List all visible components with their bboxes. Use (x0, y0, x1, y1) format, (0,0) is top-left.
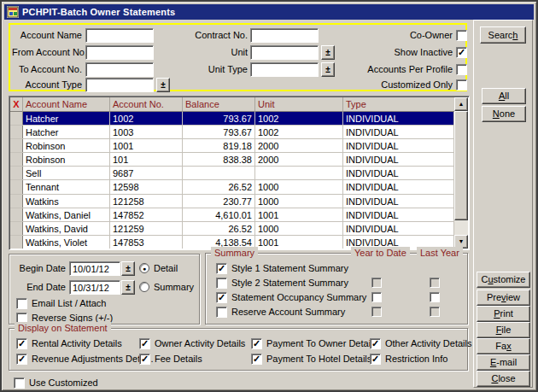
use-customized-label: Use Customized (29, 376, 98, 390)
scroll-thumb[interactable] (454, 111, 468, 220)
cell-unit: 2000 (255, 153, 343, 166)
from-account-no-label: From Account No. (12, 45, 82, 60)
end-date-input[interactable] (69, 280, 120, 295)
cell-unit: 1000 (255, 180, 343, 193)
style2-lastyear-checkbox[interactable] (430, 278, 440, 288)
email-button[interactable]: E-mail (477, 354, 530, 371)
payment-to-owner-details-label: Payment To Owner Details (266, 336, 377, 351)
header-unit[interactable]: Unit (255, 97, 343, 112)
fax-button[interactable]: Fax (477, 338, 530, 354)
table-row[interactable]: Hatcher 1003 793.67 1002 INDIVIDUAL (10, 126, 454, 139)
co-owner-label: Co-Owner (352, 28, 453, 43)
year-to-date-column-label: Year to Date (351, 247, 410, 259)
table-row[interactable]: Watkins 121258 230.77 1000 INDIVIDUAL (10, 195, 454, 208)
customized-only-checkbox[interactable] (456, 79, 467, 91)
style2-ytd-checkbox[interactable] (371, 278, 382, 288)
to-account-no-input[interactable] (85, 62, 154, 77)
cell-account-no: 121258 (110, 195, 183, 208)
account-type-input[interactable] (85, 78, 154, 92)
header-type[interactable]: Type (343, 97, 454, 112)
cell-type: INDIVIDUAL (343, 139, 454, 152)
revenue-adjustments-details-checkbox[interactable]: ✓ (16, 354, 27, 365)
print-button[interactable]: Print (477, 306, 530, 322)
cell-account-name: Watkins, David (23, 222, 110, 235)
table-row[interactable]: Robinson 1001 819.18 2000 INDIVIDUAL (10, 139, 454, 153)
use-customized-checkbox[interactable] (14, 377, 25, 389)
style1-statement-summary-label: Style 1 Statement Summary (231, 261, 348, 276)
account-name-input[interactable] (85, 28, 154, 43)
dropdown-icon: ± (325, 48, 330, 57)
unit-dropdown-button[interactable]: ± (321, 45, 335, 60)
begin-date-dropdown-button[interactable]: ± (121, 261, 135, 276)
end-date-dropdown-button[interactable]: ± (121, 280, 135, 295)
show-inactive-checkbox[interactable]: ✓ (456, 47, 467, 58)
search-button[interactable]: Search (480, 26, 526, 44)
payment-to-hotel-details-label: Payment To Hotel Details (266, 352, 371, 366)
cell-account-no: 12598 (110, 180, 183, 193)
cell-balance: 230.77 (183, 195, 255, 208)
header-balance[interactable]: Balance (183, 97, 255, 112)
customize-button[interactable]: Customize (477, 272, 530, 288)
header-account-no[interactable]: Account No. (110, 97, 183, 112)
display-group-title: Display on Statement (15, 322, 111, 334)
fee-details-label: Fee Details (155, 352, 202, 366)
table-row[interactable]: Hatcher 1002 793.67 1002 INDIVIDUAL (10, 112, 454, 126)
begin-date-input[interactable] (69, 261, 120, 276)
table-row[interactable]: Tennant 12598 26.52 1000 INDIVIDUAL (10, 180, 454, 194)
select-none-button[interactable]: None (482, 106, 526, 122)
cell-balance: 4,610.01 (183, 208, 255, 221)
co-owner-checkbox[interactable] (456, 30, 467, 41)
rental-activity-details-checkbox[interactable]: ✓ (16, 338, 27, 349)
cell-unit: 1002 (255, 112, 343, 125)
revenue-adjustments-details-label: Revenue Adjustments Deta... (32, 352, 153, 366)
summary-radio[interactable] (139, 282, 149, 292)
table-scrollbar[interactable]: ▲ ▼ (454, 97, 468, 249)
detail-radio[interactable]: ● (139, 263, 149, 273)
header-marker[interactable]: X (10, 97, 23, 112)
account-type-dropdown-button[interactable]: ± (156, 78, 170, 92)
email-list-attach-label: Email List / Attach (32, 296, 106, 311)
from-account-no-input[interactable] (85, 45, 154, 60)
dropdown-icon: ± (126, 283, 131, 292)
owner-activity-details-checkbox[interactable]: ✓ (139, 338, 150, 349)
unit-type-input[interactable] (250, 62, 319, 77)
payment-to-owner-details-checkbox[interactable]: ✓ (251, 338, 262, 349)
table-row[interactable]: Watkins, David 121259 26.52 1000 INDIVID… (10, 222, 454, 236)
rental-activity-details-label: Rental Activity Details (32, 336, 122, 351)
restriction-info-checkbox[interactable]: ✓ (370, 354, 381, 365)
style2-statement-summary-checkbox[interactable] (216, 278, 227, 289)
cell-account-no: 1001 (110, 139, 183, 152)
reserve-account-summary-checkbox[interactable] (216, 307, 227, 318)
email-list-attach-checkbox[interactable] (16, 298, 27, 309)
header-account-name[interactable]: Account Name (23, 97, 110, 112)
cell-type: INDIVIDUAL (343, 153, 454, 166)
statement-occupancy-summary-checkbox[interactable]: ✓ (216, 292, 227, 303)
contract-no-input[interactable] (250, 28, 319, 43)
scroll-up-icon: ▲ (459, 101, 465, 107)
contract-no-label: Contract No. (173, 28, 248, 43)
accounts-table: X Account Name Account No. Balance Unit … (9, 96, 470, 250)
close-button[interactable]: Close (477, 371, 530, 387)
fee-details-checkbox[interactable]: ✓ (139, 354, 150, 365)
reserve-lastyear-checkbox[interactable] (430, 307, 440, 317)
occupancy-lastyear-checkbox[interactable] (430, 292, 440, 302)
select-all-button[interactable]: All (482, 88, 526, 104)
table-row[interactable]: Robinson 101 838.38 2000 INDIVIDUAL (10, 153, 454, 167)
accounts-per-profile-checkbox[interactable] (456, 64, 467, 75)
cell-unit: 1001 (255, 236, 343, 249)
unit-input[interactable] (250, 45, 319, 60)
payment-to-hotel-details-checkbox[interactable]: ✓ (251, 354, 262, 365)
filter-row-2: From Account No. Unit ± Show Inactive ✓ (10, 45, 465, 60)
table-row[interactable]: Watkins, Daniel 147852 4,610.01 1001 IND… (10, 208, 454, 222)
preview-button[interactable]: Preview (477, 290, 530, 306)
cell-balance: 26.52 (183, 180, 255, 193)
unit-type-dropdown-button[interactable]: ± (321, 62, 335, 77)
scroll-up-button[interactable]: ▲ (454, 97, 468, 111)
file-button[interactable]: File (477, 322, 530, 338)
occupancy-ytd-checkbox[interactable] (371, 292, 382, 302)
batch-owner-statements-window: PCHPIT-Batch Owner Statements Account Na… (0, 0, 538, 392)
table-row[interactable]: Sell 9687 INDIVIDUAL (10, 167, 454, 180)
style1-statement-summary-checkbox[interactable]: ✓ (216, 263, 227, 274)
reserve-ytd-checkbox[interactable] (371, 307, 382, 317)
other-activity-details-checkbox[interactable]: ✓ (370, 338, 381, 349)
